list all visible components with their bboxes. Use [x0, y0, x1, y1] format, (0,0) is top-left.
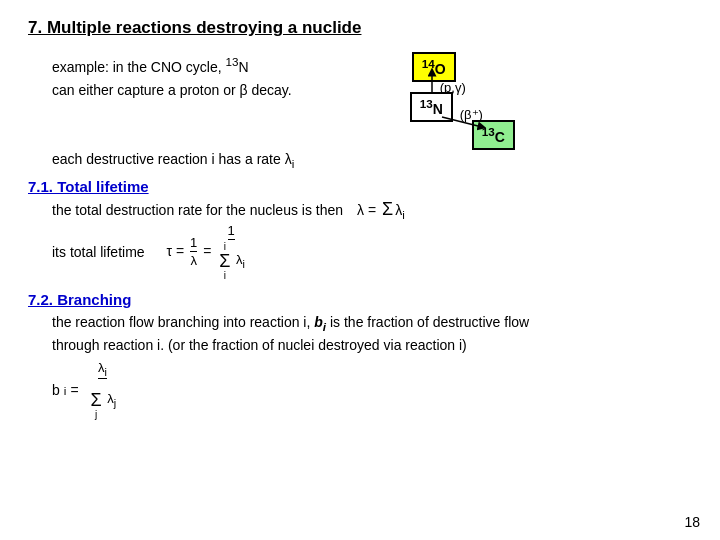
section-71-link[interactable]: 7.1. Total lifetime — [28, 178, 692, 195]
page-title: 7. Multiple reactions destroying a nucli… — [28, 18, 692, 38]
page-number: 18 — [684, 514, 700, 530]
branching-formula: bi = λi j Σ j λj — [52, 360, 692, 421]
section-72-link[interactable]: 7.2. Branching — [28, 291, 692, 308]
destruction-rate-line: the total destruction rate for the nucle… — [52, 199, 692, 221]
reaction-diagram: 14O (p,γ) 13N (β⁺) 13C — [352, 52, 532, 147]
branching-desc: the reaction flow branching into reactio… — [52, 312, 692, 356]
rate-line: each destructive reaction i has a rate λ… — [52, 151, 692, 170]
svg-line-1 — [442, 117, 482, 127]
example-text: example: in the CNO cycle, 13N can eithe… — [52, 52, 292, 103]
diagram-arrows — [352, 52, 532, 147]
lifetime-line: its total lifetime τ = 1 λ = 1 i Σ i λi — [52, 223, 692, 281]
